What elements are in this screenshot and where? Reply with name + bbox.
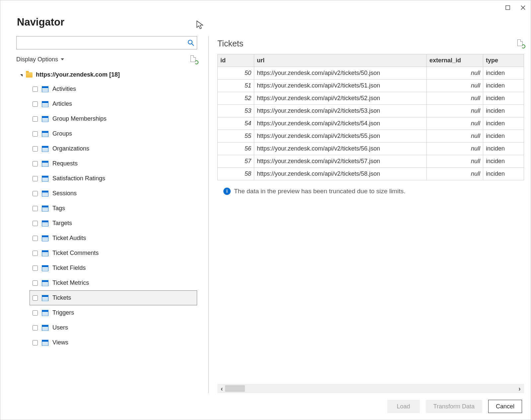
- tree-item-label: Ticket Audits: [52, 235, 86, 242]
- tree-item[interactable]: Articles: [30, 96, 197, 111]
- column-header[interactable]: url: [254, 54, 427, 67]
- cell-url: https://your.zendesk.com/api/v2/tickets/…: [254, 92, 427, 105]
- tree-item-label: Users: [52, 324, 68, 331]
- search-input[interactable]: [16, 36, 197, 49]
- table-row[interactable]: 51https://your.zendesk.com/api/v2/ticket…: [218, 80, 524, 92]
- column-header[interactable]: external_id: [427, 54, 483, 67]
- transform-data-button[interactable]: Transform Data: [426, 400, 482, 413]
- cell-url: https://your.zendesk.com/api/v2/tickets/…: [254, 143, 427, 155]
- cell-external-id: null: [427, 92, 483, 105]
- table-row[interactable]: 56https://your.zendesk.com/api/v2/ticket…: [218, 143, 524, 155]
- tree-item[interactable]: Organizations: [30, 141, 197, 156]
- tree-item-checkbox[interactable]: [33, 101, 38, 107]
- tree-item-checkbox[interactable]: [33, 251, 38, 256]
- window-close-button[interactable]: [515, 0, 531, 15]
- tree-item[interactable]: Views: [30, 335, 197, 350]
- table-row[interactable]: 54https://your.zendesk.com/api/v2/ticket…: [218, 117, 524, 130]
- scroll-left-icon[interactable]: ‹: [221, 385, 223, 392]
- tree-item-checkbox[interactable]: [33, 340, 38, 345]
- table-row[interactable]: 58https://your.zendesk.com/api/v2/ticket…: [218, 168, 524, 180]
- tree-item-checkbox[interactable]: [33, 266, 38, 271]
- preview-pane: Tickets idurlexternal_idtype 50https://y…: [209, 36, 531, 393]
- tree-item-checkbox[interactable]: [33, 221, 38, 226]
- cell-id: 58: [218, 168, 254, 180]
- tree-item-checkbox[interactable]: [33, 206, 38, 211]
- scroll-right-icon[interactable]: ›: [518, 385, 521, 392]
- table-icon: [42, 146, 48, 152]
- tree-item-checkbox[interactable]: [33, 280, 38, 286]
- tree-item[interactable]: Ticket Audits: [30, 231, 197, 246]
- tree-item[interactable]: Requests: [30, 156, 197, 171]
- table-icon: [42, 101, 48, 107]
- cell-id: 53: [218, 105, 254, 117]
- table-row[interactable]: 57https://your.zendesk.com/api/v2/ticket…: [218, 155, 524, 168]
- tree-item-checkbox[interactable]: [33, 146, 38, 151]
- table-icon: [42, 131, 48, 137]
- tree-item[interactable]: Tags: [30, 201, 197, 216]
- search-icon[interactable]: [187, 39, 194, 47]
- cell-id: 56: [218, 143, 254, 155]
- table-row[interactable]: 52https://your.zendesk.com/api/v2/ticket…: [218, 92, 524, 105]
- cell-external-id: null: [427, 168, 483, 180]
- display-options-label: Display Options: [16, 56, 58, 63]
- tree-item-checkbox[interactable]: [33, 87, 38, 92]
- tree-item-checkbox[interactable]: [33, 310, 38, 316]
- collapse-icon: [20, 74, 23, 77]
- tree-item-checkbox[interactable]: [33, 191, 38, 196]
- tree-item[interactable]: Ticket Comments: [30, 246, 197, 261]
- preview-refresh-button[interactable]: [517, 39, 524, 47]
- cell-url: https://your.zendesk.com/api/v2/tickets/…: [254, 105, 427, 117]
- tree-item[interactable]: Triggers: [30, 305, 197, 320]
- tree-item-label: Satisfaction Ratings: [52, 175, 105, 182]
- table-row[interactable]: 53https://your.zendesk.com/api/v2/ticket…: [218, 105, 524, 117]
- tree-item-checkbox[interactable]: [33, 325, 38, 330]
- tree-root[interactable]: https://your.zendesk.com [18]: [20, 71, 197, 78]
- page-title: Navigator: [17, 16, 531, 28]
- tree-item-checkbox[interactable]: [33, 116, 38, 122]
- tree-item-label: Ticket Metrics: [52, 279, 89, 286]
- display-options-dropdown[interactable]: Display Options: [16, 56, 64, 63]
- scroll-thumb[interactable]: [225, 385, 245, 392]
- tree-item-checkbox[interactable]: [33, 131, 38, 137]
- window-maximize-button[interactable]: [500, 0, 515, 15]
- table-icon: [42, 220, 48, 226]
- scroll-track[interactable]: [223, 385, 519, 392]
- tree-item[interactable]: Tickets: [30, 290, 197, 305]
- tree-item-label: Targets: [52, 220, 72, 227]
- column-header[interactable]: type: [483, 54, 524, 67]
- tree-item[interactable]: Group Memberships: [30, 111, 197, 126]
- cell-type: inciden: [483, 105, 524, 117]
- table-icon: [42, 86, 48, 92]
- tree-item[interactable]: Activities: [30, 82, 197, 96]
- cell-id: 51: [218, 80, 254, 92]
- tree-item-label: Organizations: [52, 145, 89, 152]
- table-row[interactable]: 55https://your.zendesk.com/api/v2/ticket…: [218, 130, 524, 143]
- horizontal-scrollbar[interactable]: ‹ ›: [217, 384, 524, 393]
- tree-item-checkbox[interactable]: [33, 295, 38, 301]
- cell-url: https://your.zendesk.com/api/v2/tickets/…: [254, 117, 427, 130]
- tree-item[interactable]: Satisfaction Ratings: [30, 171, 197, 186]
- cell-id: 50: [218, 67, 254, 80]
- table-icon: [42, 295, 48, 301]
- tree-item-label: Views: [52, 339, 68, 346]
- tree-item[interactable]: Ticket Metrics: [30, 275, 197, 290]
- table-row[interactable]: 50https://your.zendesk.com/api/v2/ticket…: [218, 67, 524, 80]
- refresh-preview-button[interactable]: [190, 55, 197, 63]
- cell-type: inciden: [483, 168, 524, 180]
- cancel-button[interactable]: Cancel: [488, 400, 522, 413]
- tree-item-checkbox[interactable]: [33, 236, 38, 241]
- navigator-window: Navigator Display Options: [0, 0, 531, 420]
- footer: Load Transform Data Cancel: [0, 393, 531, 420]
- tree-item[interactable]: Users: [30, 320, 197, 335]
- table-icon: [42, 161, 48, 167]
- load-button[interactable]: Load: [387, 400, 420, 413]
- cell-id: 52: [218, 92, 254, 105]
- tree-item[interactable]: Sessions: [30, 186, 197, 201]
- column-header[interactable]: id: [218, 54, 254, 67]
- tree-item[interactable]: Groups: [30, 126, 197, 141]
- tree-item-checkbox[interactable]: [33, 161, 38, 166]
- tree-item-checkbox[interactable]: [33, 176, 38, 181]
- tree-item[interactable]: Ticket Fields: [30, 261, 197, 275]
- table-icon: [42, 176, 48, 182]
- tree-item[interactable]: Targets: [30, 216, 197, 231]
